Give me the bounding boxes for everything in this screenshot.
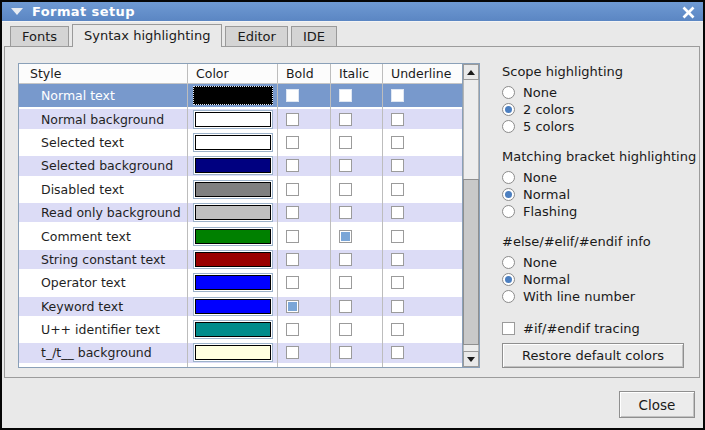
tracing-row[interactable]: #if/#endif tracing — [502, 320, 700, 337]
underline-checkbox[interactable] — [391, 183, 404, 196]
column-header[interactable]: Underline — [383, 64, 462, 83]
bold-checkbox[interactable] — [286, 300, 299, 313]
color-swatch[interactable] — [193, 297, 273, 316]
tab-editor[interactable]: Editor — [225, 26, 287, 46]
bold-checkbox[interactable] — [286, 230, 299, 243]
radio-icon[interactable] — [502, 86, 515, 99]
italic-checkbox[interactable] — [339, 323, 352, 336]
italic-checkbox[interactable] — [339, 230, 352, 243]
table-row[interactable]: Selected text — [19, 131, 462, 154]
radio-icon[interactable] — [502, 188, 515, 201]
window-menu-triangle-icon[interactable] — [11, 8, 23, 15]
color-swatch[interactable] — [193, 343, 273, 362]
radio-icon[interactable] — [502, 103, 515, 116]
radio-icon[interactable] — [502, 171, 515, 184]
underline-checkbox[interactable] — [391, 89, 404, 102]
radio-option[interactable]: With line number — [502, 288, 700, 305]
tracing-checkbox[interactable] — [502, 322, 515, 335]
radio-option[interactable]: Normal — [502, 186, 700, 203]
scrollbar-thumb[interactable] — [463, 179, 479, 345]
bold-checkbox[interactable] — [286, 113, 299, 126]
italic-checkbox[interactable] — [339, 253, 352, 266]
italic-checkbox[interactable] — [339, 89, 352, 102]
table-row[interactable]: Read only background — [19, 201, 462, 224]
table-row[interactable]: Disabled text — [19, 178, 462, 201]
radio-option[interactable]: 5 colors — [502, 118, 700, 135]
table-row[interactable]: Selected background — [19, 154, 462, 177]
bold-checkbox[interactable] — [286, 89, 299, 102]
column-header[interactable]: Italic — [331, 64, 383, 83]
scroll-down-button[interactable] — [463, 351, 479, 367]
bold-checkbox[interactable] — [286, 206, 299, 219]
underline-checkbox[interactable] — [391, 253, 404, 266]
restore-default-colors-button[interactable]: Restore default colors — [502, 343, 684, 368]
table-row[interactable]: Normal background — [19, 107, 462, 130]
bold-checkbox[interactable] — [286, 183, 299, 196]
underline-checkbox[interactable] — [391, 300, 404, 313]
italic-checkbox[interactable] — [339, 300, 352, 313]
underline-checkbox[interactable] — [391, 136, 404, 149]
radio-icon[interactable] — [502, 120, 515, 133]
table-row[interactable]: Keyword text — [19, 295, 462, 318]
table-row[interactable]: Normal text — [19, 84, 462, 107]
column-header[interactable]: Style — [19, 64, 188, 83]
underline-checkbox[interactable] — [391, 159, 404, 172]
close-button[interactable]: Close — [619, 391, 695, 418]
table-row[interactable]: Operator text — [19, 271, 462, 294]
bold-checkbox[interactable] — [286, 346, 299, 359]
radio-option[interactable]: Flashing — [502, 203, 700, 220]
radio-option[interactable]: 2 colors — [502, 101, 700, 118]
radio-option[interactable]: None — [502, 84, 700, 101]
radio-icon[interactable] — [502, 205, 515, 218]
underline-checkbox[interactable] — [391, 323, 404, 336]
color-swatch[interactable] — [193, 110, 273, 129]
scroll-up-button[interactable] — [463, 64, 479, 80]
underline-checkbox[interactable] — [391, 276, 404, 289]
table-row[interactable]: U++ identifier text — [19, 318, 462, 341]
table-row[interactable]: t_/t__ background — [19, 341, 462, 364]
color-swatch[interactable] — [193, 273, 273, 292]
tab-syntax-highlighting[interactable]: Syntax highlighting — [72, 24, 222, 47]
radio-option[interactable]: Normal — [502, 271, 700, 288]
underline-checkbox[interactable] — [391, 113, 404, 126]
radio-icon[interactable] — [502, 256, 515, 269]
title-bar[interactable]: Format setup — [2, 2, 703, 21]
bold-checkbox[interactable] — [286, 276, 299, 289]
underline-checkbox[interactable] — [391, 230, 404, 243]
italic-checkbox[interactable] — [339, 206, 352, 219]
color-swatch[interactable] — [193, 227, 273, 246]
italic-checkbox[interactable] — [339, 276, 352, 289]
column-header[interactable]: Color — [188, 64, 278, 83]
radio-icon[interactable] — [502, 290, 515, 303]
scrollbar-track[interactable] — [463, 80, 479, 351]
color-swatch[interactable] — [193, 156, 273, 175]
italic-checkbox[interactable] — [339, 346, 352, 359]
color-swatch[interactable] — [193, 250, 273, 269]
table-row[interactable]: String constant text — [19, 248, 462, 271]
color-swatch[interactable] — [193, 203, 273, 222]
vertical-scrollbar[interactable] — [462, 64, 479, 367]
close-icon[interactable] — [680, 4, 696, 20]
color-swatch[interactable] — [193, 133, 273, 152]
radio-option[interactable]: None — [502, 169, 700, 186]
table-row[interactable] — [19, 365, 462, 367]
italic-checkbox[interactable] — [339, 183, 352, 196]
column-header[interactable]: Bold — [278, 64, 331, 83]
tab-ide[interactable]: IDE — [291, 26, 337, 46]
italic-checkbox[interactable] — [339, 159, 352, 172]
bold-checkbox[interactable] — [286, 136, 299, 149]
bold-checkbox[interactable] — [286, 159, 299, 172]
bold-checkbox[interactable] — [286, 323, 299, 336]
color-swatch[interactable] — [193, 320, 273, 339]
radio-option[interactable]: None — [502, 254, 700, 271]
color-swatch[interactable] — [193, 86, 273, 105]
bold-checkbox[interactable] — [286, 253, 299, 266]
underline-checkbox[interactable] — [391, 346, 404, 359]
underline-checkbox[interactable] — [391, 206, 404, 219]
radio-icon[interactable] — [502, 273, 515, 286]
table-row[interactable]: Comment text — [19, 224, 462, 247]
tab-fonts[interactable]: Fonts — [10, 26, 69, 46]
italic-checkbox[interactable] — [339, 136, 352, 149]
color-swatch[interactable] — [193, 180, 273, 199]
italic-checkbox[interactable] — [339, 113, 352, 126]
